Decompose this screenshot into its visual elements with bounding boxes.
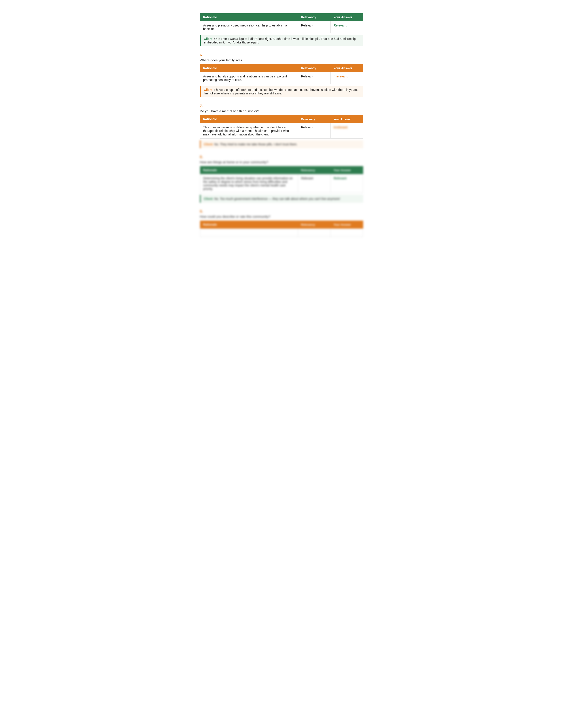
answer-cell: Irrelevant bbox=[331, 123, 363, 139]
section-prev: Rationale Relevancy Your Answer Assessin… bbox=[200, 13, 363, 46]
th-relevancy-8: Relevancy bbox=[298, 166, 331, 174]
question-number-6: 6. bbox=[200, 53, 363, 57]
relevancy-cell: Relevant bbox=[298, 123, 331, 139]
client-label: Client: bbox=[204, 37, 213, 41]
client-quote-text: One time it was a liquid; it didn't look… bbox=[204, 37, 356, 44]
table-row: Assessing family supports and relationsh… bbox=[200, 72, 363, 84]
rationale-cell bbox=[200, 229, 298, 237]
rationale-cell: Assessing previously used medication can… bbox=[200, 21, 298, 33]
th-rationale-6: Rationale bbox=[200, 64, 298, 72]
th-relevancy-7: Relevancy bbox=[298, 115, 331, 123]
answer-cell bbox=[331, 229, 363, 237]
th-relevancy-prev: Relevancy bbox=[298, 13, 331, 21]
section-9: 9. How could you describe or rate this c… bbox=[200, 209, 363, 237]
client-label: Client: bbox=[204, 197, 213, 201]
th-rationale-7: Rationale bbox=[200, 115, 298, 123]
answer-cell: Irrelevant bbox=[331, 72, 363, 84]
table-7: Rationale Relevancy Your Answer This que… bbox=[200, 115, 363, 139]
client-label: Client: bbox=[204, 143, 213, 146]
client-quote-text: No. Too much government interference — t… bbox=[214, 197, 340, 201]
table-prev: Rationale Relevancy Your Answer Assessin… bbox=[200, 13, 363, 33]
table-9: Rationale Relevancy Your Answer bbox=[200, 221, 363, 237]
answer-value: Irrelevant bbox=[334, 126, 348, 129]
rationale-cell: Assessing family supports and relationsh… bbox=[200, 72, 298, 84]
client-quote-6: Client: I have a couple of brothers and … bbox=[200, 86, 363, 97]
answer-cell: Relevant bbox=[331, 174, 363, 193]
client-label: Client: bbox=[204, 88, 213, 92]
table-row: Determining the client's living situatio… bbox=[200, 174, 363, 193]
question-number-7: 7. bbox=[200, 104, 363, 108]
th-your-answer-prev: Your Answer bbox=[331, 13, 363, 21]
relevancy-cell: Relevant bbox=[298, 72, 331, 84]
client-quote-text: I have a couple of brothers and a sister… bbox=[204, 88, 358, 95]
th-relevancy-6: Relevancy bbox=[298, 64, 331, 72]
relevancy-cell: Relevant bbox=[298, 21, 331, 33]
answer-value: Relevant bbox=[334, 176, 347, 180]
th-your-answer-9: Your Answer bbox=[331, 221, 363, 229]
table-row: Assessing previously used medication can… bbox=[200, 21, 363, 33]
answer-value: Relevant bbox=[334, 24, 347, 27]
rationale-cell: This question assists in determining whe… bbox=[200, 123, 298, 139]
relevancy-cell: Relevant bbox=[298, 174, 331, 193]
question-number-8: 8. bbox=[200, 155, 363, 159]
client-quote-prev: Client: One time it was a liquid; it did… bbox=[200, 35, 363, 46]
th-rationale-8: Rationale bbox=[200, 166, 298, 174]
th-rationale-9: Rationale bbox=[200, 221, 298, 229]
th-your-answer-6: Your Answer bbox=[331, 64, 363, 72]
answer-cell: Relevant bbox=[331, 21, 363, 33]
question-text-7: Do you have a mental health counselor? bbox=[200, 109, 363, 113]
client-quote-7: Client: No. They tried to make me take t… bbox=[200, 140, 363, 148]
table-row bbox=[200, 229, 363, 237]
th-relevancy-9: Relevancy bbox=[298, 221, 331, 229]
client-quote-text: No. They tried to make me take those pil… bbox=[214, 143, 298, 146]
section-8: 8. How are things at home or in your com… bbox=[200, 155, 363, 203]
answer-value: Irrelevant bbox=[334, 75, 348, 78]
table-6: Rationale Relevancy Your Answer Assessin… bbox=[200, 64, 363, 84]
section-6: 6. Where does your family live? Rational… bbox=[200, 53, 363, 97]
table-row: This question assists in determining whe… bbox=[200, 123, 363, 139]
question-text-9: How could you describe or rate this comm… bbox=[200, 215, 363, 218]
section-7: 7. Do you have a mental health counselor… bbox=[200, 104, 363, 148]
rationale-cell: Determining the client's living situatio… bbox=[200, 174, 298, 193]
th-rationale-prev: Rationale bbox=[200, 13, 298, 21]
question-text-6: Where does your family live? bbox=[200, 58, 363, 62]
table-8: Rationale Relevancy Your Answer Determin… bbox=[200, 166, 363, 193]
th-your-answer-7: Your Answer bbox=[331, 115, 363, 123]
client-quote-8: Client: No. Too much government interfer… bbox=[200, 195, 363, 203]
relevancy-cell bbox=[298, 229, 331, 237]
th-your-answer-8: Your Answer bbox=[331, 166, 363, 174]
question-text-8: How are things at home or in your commun… bbox=[200, 160, 363, 164]
question-number-9: 9. bbox=[200, 209, 363, 214]
